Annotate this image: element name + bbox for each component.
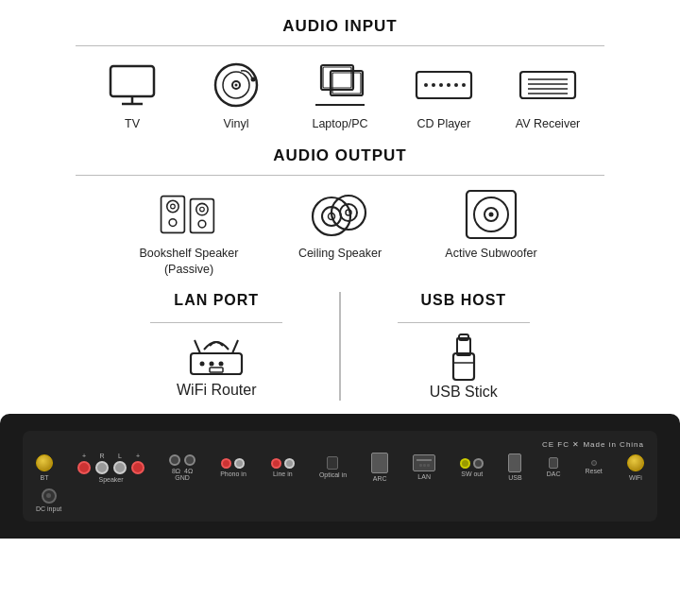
laptop-label: Laptop/PC xyxy=(312,116,367,131)
bookshelf-icon xyxy=(160,189,218,240)
line-in-group: Line in xyxy=(271,458,295,477)
dac-port xyxy=(549,457,558,469)
line-rca-l xyxy=(284,458,295,469)
av-label: AV Receiver xyxy=(516,116,581,131)
svg-point-42 xyxy=(489,213,494,217)
svg-rect-50 xyxy=(453,353,474,380)
hardware-panel: CE FC ✕ Made in China BT + R xyxy=(0,414,680,539)
svg-point-27 xyxy=(171,204,176,209)
wifi-router-label: WiFi Router xyxy=(177,382,256,399)
ohm-row: 8Ω 4Ω xyxy=(172,468,193,474)
lan-group: LAN xyxy=(413,454,435,480)
optical-in-group: Optical in xyxy=(319,456,347,478)
input-vinyl: Vinyl xyxy=(184,60,288,131)
antenna-left xyxy=(36,454,53,471)
wifi-antenna: WiFi xyxy=(627,454,644,481)
svg-rect-49 xyxy=(210,368,223,372)
sw-label: SW out xyxy=(461,471,483,477)
usb-title: USB HOST xyxy=(420,292,506,309)
audio-output-row: Bookshelf Speaker(Passive) Ceiling Speak… xyxy=(19,189,661,277)
bt-antenna: BT xyxy=(36,454,53,481)
antenna-right xyxy=(627,454,644,471)
rca-white-l xyxy=(113,461,127,474)
binding-posts-group: + R L + Speaker xyxy=(77,453,144,483)
ohm8-label: 8Ω xyxy=(172,468,180,474)
svg-rect-25 xyxy=(162,197,185,233)
dc-port xyxy=(42,488,57,504)
bookshelf-label: Bookshelf Speaker(Passive) xyxy=(140,246,239,277)
input-cd: CD Player xyxy=(392,60,496,131)
svg-rect-0 xyxy=(110,66,154,96)
laptop-icon xyxy=(311,60,369,111)
dc-input-row: DC input xyxy=(36,488,644,512)
subwoofer-icon xyxy=(462,189,520,240)
arc-group: ARC xyxy=(371,453,388,482)
lan-label: LAN xyxy=(417,473,431,480)
rca-white-r xyxy=(95,461,109,474)
wifi-label: WiFi xyxy=(629,474,642,481)
svg-point-28 xyxy=(169,219,177,227)
post-plus: + xyxy=(77,453,91,474)
tv-icon xyxy=(103,60,162,111)
input-tv: TV xyxy=(80,60,184,131)
phono-rca-r xyxy=(221,458,231,469)
rca-gnd-1 xyxy=(169,454,180,466)
lan-col: LAN PORT WiF xyxy=(103,292,330,401)
gnd-row xyxy=(169,454,196,466)
divider-output xyxy=(76,175,604,176)
audio-input-title: AUDIO INPUT xyxy=(19,17,661,36)
reset-label: Reset xyxy=(586,468,603,474)
col-divider xyxy=(339,292,341,401)
input-laptop: Laptop/PC xyxy=(288,60,392,131)
phono-in-group: Phono in xyxy=(220,458,246,477)
dc-input-group: DC input xyxy=(36,488,61,512)
line-rca-row xyxy=(271,458,295,469)
cert-marks: CE FC ✕ Made in China xyxy=(542,440,644,449)
audio-input-row: TV Vinyl xyxy=(19,60,661,131)
lan-usb-row: LAN PORT WiF xyxy=(19,292,661,401)
speaker-gnd-group: 8Ω 4Ω GND xyxy=(169,454,196,481)
reset-group: Reset xyxy=(586,460,603,474)
lan-title: LAN PORT xyxy=(174,292,259,309)
cd-icon xyxy=(415,60,473,111)
svg-point-15 xyxy=(432,83,435,87)
svg-point-48 xyxy=(219,361,224,366)
post-plus2: + xyxy=(131,453,144,474)
svg-point-32 xyxy=(198,220,206,228)
usb-col: USB HOST USB Stick xyxy=(350,292,577,401)
dc-input-label: DC input xyxy=(36,505,61,512)
reset-hole xyxy=(591,460,597,466)
tv-label: TV xyxy=(125,116,140,131)
svg-rect-20 xyxy=(520,72,575,98)
output-bookshelf: Bookshelf Speaker(Passive) xyxy=(113,189,264,277)
divider-usb xyxy=(398,322,530,323)
phono-label: Phono in xyxy=(220,471,246,477)
lan-port xyxy=(413,454,435,471)
svg-point-26 xyxy=(167,201,178,213)
rca-red-1 xyxy=(77,461,91,474)
divider-input xyxy=(76,45,604,46)
sw-out-group: SW out xyxy=(460,458,484,477)
panel-inner: CE FC ✕ Made in China BT + R xyxy=(23,431,657,522)
cd-label: CD Player xyxy=(417,116,471,131)
svg-point-16 xyxy=(439,83,443,87)
svg-point-31 xyxy=(200,208,205,213)
svg-line-45 xyxy=(232,340,238,353)
svg-point-17 xyxy=(447,83,450,87)
sw-rca-1 xyxy=(460,458,470,469)
usb-port-group: USB xyxy=(508,453,521,481)
bt-label: BT xyxy=(41,474,49,481)
svg-point-46 xyxy=(200,361,205,366)
usb-stick-label: USB Stick xyxy=(430,384,498,401)
svg-rect-43 xyxy=(191,353,242,374)
sw-rca-2 xyxy=(473,458,484,469)
svg-line-44 xyxy=(195,340,200,353)
svg-point-30 xyxy=(196,204,208,215)
rca-gnd-2 xyxy=(184,454,196,466)
phono-rca-l xyxy=(234,458,245,469)
router-icon xyxy=(183,333,249,382)
svg-point-7 xyxy=(251,77,256,82)
binding-posts-row: + R L + xyxy=(77,453,144,474)
optical-label: Optical in xyxy=(319,471,347,478)
input-av: AV Receiver xyxy=(496,60,600,131)
